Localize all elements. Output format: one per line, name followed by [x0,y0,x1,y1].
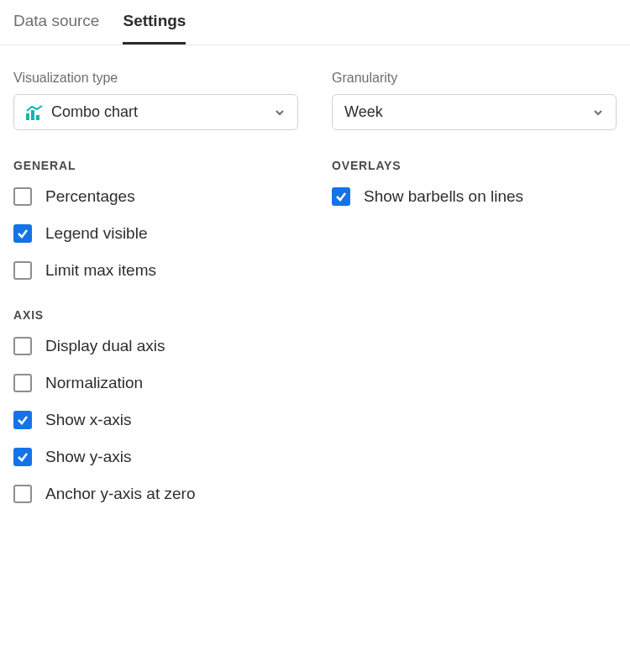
checkbox-anchor-y-zero[interactable]: Anchor y-axis at zero [13,485,298,503]
checkbox-label: Show y-axis [45,448,131,466]
checkbox-box [13,187,32,206]
tab-settings[interactable]: Settings [123,12,186,45]
checkbox-show-x-axis[interactable]: Show x-axis [13,411,298,429]
granularity-label: Granularity [332,71,617,86]
checkbox-normalization[interactable]: Normalization [13,374,298,392]
checkbox-show-y-axis[interactable]: Show y-axis [13,448,298,466]
checkbox-label: Percentages [45,187,135,206]
checkbox-box [13,448,32,466]
chevron-down-icon [274,107,286,118]
checkbox-label: Show barbells on lines [364,187,523,206]
vis-type-label: Visualization type [13,71,298,86]
settings-panel: Visualization type Combo chart General [0,45,630,522]
section-overlays: Overlays [332,159,617,172]
combo-chart-icon [26,105,43,120]
checkbox-box [13,224,32,243]
checkbox-percentages[interactable]: Percentages [13,187,298,206]
granularity-select[interactable]: Week [332,94,617,130]
checkbox-display-dual-axis[interactable]: Display dual axis [13,337,298,355]
vis-type-value: Combo chart [51,103,138,121]
section-axis: Axis [13,308,298,322]
checkbox-box [13,337,32,355]
svg-rect-0 [26,113,29,120]
section-general: General [13,159,298,172]
checkbox-label: Display dual axis [45,337,165,355]
checkbox-label: Anchor y-axis at zero [45,485,195,503]
settings-col-right: Granularity Week Overlays Show barbells … [332,71,617,522]
checkbox-limit-max-items[interactable]: Limit max items [13,261,298,280]
checkbox-label: Show x-axis [45,411,131,429]
checkbox-label: Limit max items [45,261,156,280]
svg-rect-1 [31,110,34,120]
checkbox-box [13,411,32,429]
checkbox-show-barbells[interactable]: Show barbells on lines [332,187,617,206]
settings-col-left: Visualization type Combo chart General [13,71,298,522]
vis-type-select[interactable]: Combo chart [13,94,298,130]
checkbox-box [332,187,350,206]
checkbox-legend-visible[interactable]: Legend visible [13,224,298,243]
granularity-value: Week [344,103,383,121]
svg-rect-2 [36,115,39,120]
checkbox-box [13,485,32,503]
tab-data-source[interactable]: Data source [13,12,99,45]
checkbox-box [13,374,32,392]
checkbox-label: Normalization [45,374,143,392]
checkbox-label: Legend visible [45,224,147,243]
checkbox-box [13,261,32,280]
chevron-down-icon [592,107,604,118]
tab-bar: Data source Settings [0,0,630,45]
